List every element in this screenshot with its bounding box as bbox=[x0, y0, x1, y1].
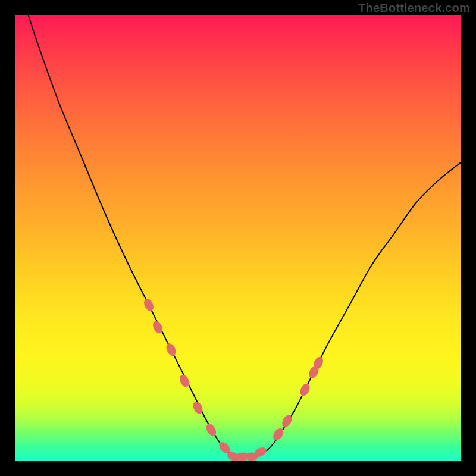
data-marker bbox=[164, 342, 177, 358]
data-marker bbox=[142, 298, 155, 313]
data-marker bbox=[298, 382, 311, 397]
data-markers bbox=[142, 298, 325, 461]
chart-container: TheBottleneck.com bbox=[0, 0, 476, 476]
chart-svg bbox=[15, 15, 461, 461]
watermark-label: TheBottleneck.com bbox=[358, 1, 470, 15]
plot-area bbox=[15, 15, 461, 461]
bottleneck-curve-line bbox=[15, 15, 461, 457]
data-marker bbox=[204, 422, 218, 437]
